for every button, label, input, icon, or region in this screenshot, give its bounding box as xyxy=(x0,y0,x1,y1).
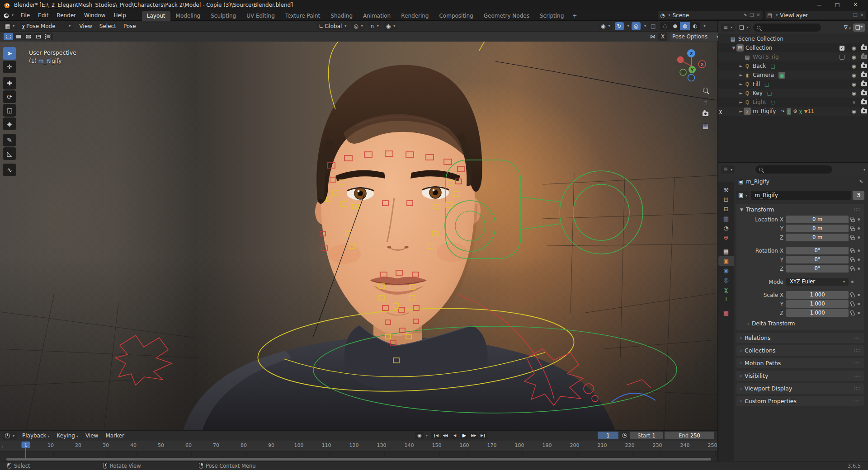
pan-hand-icon[interactable]: ☝ xyxy=(703,99,708,106)
eye-icon[interactable]: ◉ xyxy=(852,81,856,87)
select-mode-subtract[interactable] xyxy=(24,33,33,40)
workspace-tab-shading[interactable]: Shading xyxy=(326,11,358,21)
prev-key-button[interactable]: ◀◀ xyxy=(441,432,449,439)
lock-icon[interactable] xyxy=(851,304,855,306)
editor-type-button[interactable]: ▦▾ xyxy=(3,22,17,30)
lock-icon[interactable] xyxy=(851,237,855,240)
render-visibility-icon[interactable] xyxy=(861,82,867,86)
disclosure-icon[interactable]: ▼ xyxy=(731,46,736,50)
properties-tab-view-layer[interactable]: ▥ xyxy=(718,214,734,223)
properties-tab-world[interactable]: ⊕ xyxy=(718,233,734,242)
section-collections[interactable]: ›Collections∷∷ xyxy=(736,345,864,356)
eye-icon[interactable]: ◉ xyxy=(852,72,856,78)
xray-toggle[interactable]: ◫ xyxy=(648,22,658,30)
workspace-tab-texture-paint[interactable]: Texture Paint xyxy=(280,11,325,21)
eye-icon[interactable]: ◉ xyxy=(852,45,856,51)
jump-start-button[interactable]: ❙◀ xyxy=(431,432,440,439)
shading-wireframe-button[interactable]: ◌ xyxy=(660,22,670,30)
tool-measure[interactable]: ◺ xyxy=(3,147,16,160)
disclosure-icon[interactable]: ► xyxy=(738,82,744,86)
shading-dropdown[interactable]: ▾ xyxy=(703,24,705,28)
menu-window[interactable]: Window xyxy=(80,10,109,21)
outliner-row-back[interactable]: ►ϘBack□◉ xyxy=(718,61,868,70)
outliner-row-fill[interactable]: ►ϘFill□◉ xyxy=(718,80,868,89)
outliner-display-mode-button[interactable]: ❏▾ xyxy=(737,24,751,32)
viewport-menu-pose[interactable]: Pose xyxy=(120,23,140,29)
value-field[interactable]: 1.000 xyxy=(786,291,849,299)
disclosure-icon[interactable]: ► xyxy=(738,100,744,104)
lock-icon[interactable] xyxy=(851,313,855,315)
value-field[interactable]: 0° xyxy=(786,247,849,254)
timeline-editor-type-button[interactable]: ▾ xyxy=(3,432,17,440)
outliner-row-light[interactable]: ►ϘLight◌∨ xyxy=(718,98,868,107)
timeline-ruler[interactable]: 1 10203040506070809010011012013014015016… xyxy=(0,441,717,451)
properties-tab-tool[interactable]: ⚒ xyxy=(718,185,734,195)
timeline-tracks[interactable] xyxy=(0,451,717,457)
properties-tab-physics[interactable]: ◉ xyxy=(718,266,734,275)
remove-view-layer-icon[interactable]: ✕ xyxy=(860,12,864,18)
animate-dot[interactable] xyxy=(858,312,860,314)
object-name-field[interactable]: m_Rigify xyxy=(751,191,851,200)
minimize-button[interactable]: — xyxy=(810,0,828,10)
properties-tab-bone[interactable]: ≀ xyxy=(718,294,734,304)
show-object-types-dropdown[interactable]: ◉▾ xyxy=(599,22,613,30)
frame-start-field[interactable]: Start1 xyxy=(630,432,663,439)
lock-icon[interactable] xyxy=(851,268,855,271)
menu-edit[interactable]: Edit xyxy=(34,10,52,21)
outliner-row-scene-collection[interactable]: ▤Scene Collection xyxy=(718,34,868,43)
eye-icon[interactable]: ◉ xyxy=(852,108,856,114)
tool-cursor[interactable]: ✛ xyxy=(3,61,16,73)
properties-tab-render[interactable]: ⊡ xyxy=(718,195,734,204)
auto-keying-button[interactable]: ◉ xyxy=(415,432,424,439)
play-button[interactable]: ▶ xyxy=(460,432,468,439)
frame-end-field[interactable]: End250 xyxy=(665,432,714,439)
workspace-tab-animation[interactable]: Animation xyxy=(358,11,396,21)
camera-view-icon[interactable] xyxy=(703,112,708,116)
workspace-tab-rendering[interactable]: Rendering xyxy=(396,11,434,21)
render-visibility-icon[interactable] xyxy=(861,109,867,113)
value-field[interactable]: 0 m xyxy=(786,234,849,241)
menu-file[interactable]: File xyxy=(17,10,34,21)
menu-help[interactable]: Help xyxy=(109,10,130,21)
pin-icon[interactable]: ✒ xyxy=(742,12,749,19)
animate-dot[interactable] xyxy=(858,249,860,252)
animate-dot[interactable] xyxy=(858,268,860,270)
shading-rendered-button[interactable]: ◐ xyxy=(690,22,700,30)
value-field[interactable]: 1.000 xyxy=(786,309,849,317)
viewport-menu-select[interactable]: Select xyxy=(96,23,120,29)
properties-tab-output[interactable]: ⊟ xyxy=(718,204,734,214)
workspace-tab-sculpting[interactable]: Sculpting xyxy=(206,11,241,21)
tool-move[interactable]: ✚ xyxy=(3,77,16,89)
select-mode-invert[interactable] xyxy=(33,33,43,40)
select-mode-new[interactable] xyxy=(4,33,13,40)
x-mirror-toggle[interactable]: X xyxy=(658,33,667,41)
animate-dot[interactable] xyxy=(858,303,860,305)
filter-icon[interactable]: ∇▾ xyxy=(844,24,851,31)
navigation-gizmo[interactable]: Z Y X xyxy=(673,48,709,84)
overlays-toggle[interactable]: ◎ xyxy=(632,22,641,30)
section-motion-paths[interactable]: ›Motion Paths∷∷ xyxy=(736,358,864,368)
animate-dot[interactable] xyxy=(858,258,860,261)
animate-dot[interactable] xyxy=(858,227,860,230)
scene-selector[interactable]: ◔ ▾ Scene ✒ ❏ ✕ xyxy=(658,11,763,19)
jump-end-button[interactable]: ▶❙ xyxy=(479,432,487,439)
shading-solid-button[interactable]: ● xyxy=(670,22,680,30)
gizmos-dropdown[interactable]: ▾ xyxy=(627,24,629,28)
workspace-tab-compositing[interactable]: Compositing xyxy=(434,11,478,21)
new-collection-button[interactable]: ❏⁺ xyxy=(853,24,865,32)
channel-collapse-icon[interactable]: › xyxy=(1,444,3,449)
mode-dropdown[interactable]: χ Pose Mode ▾ xyxy=(19,22,73,30)
animate-dot[interactable] xyxy=(858,236,860,239)
viewport-menu-view[interactable]: View xyxy=(75,23,95,29)
close-button[interactable]: ✕ xyxy=(846,0,864,10)
outliner-row-camera[interactable]: ►▮Camera▣◉ xyxy=(718,70,868,80)
workspace-tab-uv-editing[interactable]: UV Editing xyxy=(241,11,280,21)
tool-transform[interactable]: ◈ xyxy=(3,118,16,130)
proportional-edit-dropdown[interactable]: ◉▾ xyxy=(384,22,398,30)
snap-toggle[interactable]: ∩▾ xyxy=(368,22,381,30)
pivot-point-dropdown[interactable]: ◎▾ xyxy=(351,22,365,30)
tool-pose-breakdowner[interactable]: ∿ xyxy=(3,164,16,176)
prev-frame-button[interactable]: ◀ xyxy=(450,432,459,439)
transform-orientation-dropdown[interactable]: ∟ Global ▾ xyxy=(316,22,349,30)
blender-menu-button[interactable]: ▾ xyxy=(0,12,17,19)
